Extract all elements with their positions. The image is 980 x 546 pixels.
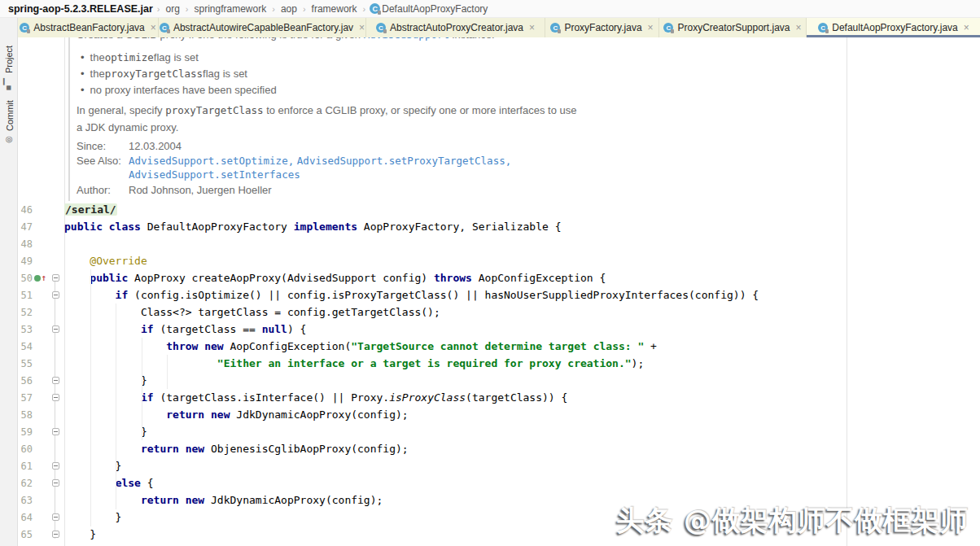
javadoc-seealso-row: See Also: AdvisedSupport.setOptimize, Ad… xyxy=(77,154,785,168)
code-text: "Either an interface or a target is requ… xyxy=(64,357,644,369)
javadoc-author-row: Author: Rod Johnson, Juergen Hoeller xyxy=(77,181,785,199)
breadcrumb-class[interactable]: DefaultAopProxyFactory xyxy=(380,3,489,15)
indent-guide xyxy=(167,355,168,389)
fold-end-icon[interactable] xyxy=(52,531,59,538)
fold-end-icon[interactable] xyxy=(52,513,59,521)
close-icon[interactable]: × xyxy=(359,22,365,33)
ide-window: spring-aop-5.2.3.RELEASE.jar ›org›spring… xyxy=(0,0,980,546)
breadcrumb-item[interactable]: aop xyxy=(279,3,299,15)
tab-label: AbstractBeanFactory.java xyxy=(33,22,145,33)
close-icon[interactable]: × xyxy=(151,22,156,33)
line-number: 53 xyxy=(18,324,33,335)
code-line: 66 xyxy=(18,543,980,546)
chevron-right-icon: › xyxy=(268,4,279,14)
code-line: 60 return new ObjenesisCglibAopProxy(con… xyxy=(18,440,980,457)
fold-collapse-icon[interactable] xyxy=(52,479,59,487)
code-line: 50↑ public AopProxy createAopProxy(Advis… xyxy=(18,269,980,286)
editor-tab[interactable]: CProxyCreatorSupport.java× xyxy=(659,18,807,37)
line-number: 51 xyxy=(18,290,33,301)
tab-label: AbstractAutowireCapableBeanFactory.jav xyxy=(173,22,353,33)
code-line: 48 xyxy=(18,235,980,252)
breadcrumb-item[interactable]: springframework xyxy=(193,3,269,15)
implemented-method-icon[interactable] xyxy=(34,275,41,282)
tool-window-stripe: ■▔ Project ⦾ Commit xyxy=(0,18,18,546)
line-number: 52 xyxy=(18,307,33,318)
code-line: 49 @Override xyxy=(18,252,980,269)
line-number: 62 xyxy=(18,478,33,489)
javadoc-bullet: no proxy interfaces have been specified xyxy=(77,81,785,98)
javadoc-link[interactable]: AdvisedSupport xyxy=(364,37,449,41)
breadcrumb-item[interactable]: framework xyxy=(310,3,359,15)
code-line: 56 } xyxy=(18,372,980,389)
fold-end-icon[interactable] xyxy=(52,377,59,384)
watermark: 头条 @做架构师不做框架师 xyxy=(616,502,969,539)
breadcrumb-items: ›org›springframework›aop›framework xyxy=(153,3,359,15)
line-number: 50 xyxy=(18,273,33,284)
code-text: @Override xyxy=(64,255,147,267)
code-line: 53 if (targetClass == null) { xyxy=(18,321,980,338)
fold-collapse-icon[interactable] xyxy=(52,274,59,282)
sidebar-item-project[interactable]: ■▔ Project xyxy=(0,41,18,94)
chevron-right-icon: › xyxy=(153,4,164,14)
javadoc-link[interactable]: AdvisedSupport.setOptimize, xyxy=(129,155,294,167)
javadoc-since-row: Since: 12.03.2004 xyxy=(77,139,785,154)
javadoc-clipped-line: Creates a CGLIB proxy if one the followi… xyxy=(77,37,785,43)
line-number: 56 xyxy=(18,375,33,387)
indent-guide xyxy=(90,269,91,526)
fold-collapse-icon[interactable] xyxy=(52,291,59,299)
code-line: 61 } xyxy=(18,457,980,474)
chevron-right-icon: › xyxy=(182,4,193,14)
class-icon: C xyxy=(160,23,169,33)
javadoc-bullet: the optimize flag is set xyxy=(77,49,785,65)
editor-tab[interactable]: CProxyFactory.java× xyxy=(545,18,659,37)
indent-guide xyxy=(142,338,142,440)
editor-tab[interactable]: CAbstractAutoProxyCreator.java× xyxy=(366,18,545,37)
fold-collapse-icon[interactable] xyxy=(52,325,59,333)
close-icon[interactable]: × xyxy=(964,22,969,33)
class-icon: C xyxy=(370,3,380,14)
line-number: 47 xyxy=(18,221,33,233)
commit-stripe-label: Commit xyxy=(4,100,14,131)
fold-collapse-icon[interactable] xyxy=(52,394,59,401)
line-number: 63 xyxy=(18,495,33,506)
javadoc-text: instance: xyxy=(449,37,495,41)
code-text: } xyxy=(64,511,121,523)
line-number: 49 xyxy=(18,256,33,267)
editor-tab[interactable]: CDefaultAopProxyFactory.java× xyxy=(807,18,980,37)
class-icon: C xyxy=(376,23,386,33)
code-text: if (targetClass == null) { xyxy=(64,323,306,335)
code-line: 51 if (config.isOptimize() || config.isP… xyxy=(18,286,980,304)
overrides-method-icon[interactable]: ↑ xyxy=(41,273,46,282)
javadoc-link[interactable]: AdvisedSupport.setInterfaces xyxy=(129,168,300,181)
javadoc-meta: Since: 12.03.2004 See Also: AdvisedSuppo… xyxy=(77,139,785,199)
close-icon[interactable]: × xyxy=(648,22,654,33)
breadcrumb-item[interactable]: org xyxy=(164,3,182,15)
breadcrumb-root[interactable]: spring-aop-5.2.3.RELEASE.jar xyxy=(8,3,153,15)
close-icon[interactable]: × xyxy=(796,22,802,33)
editor-tab[interactable]: CAbstractAutowireCapableBeanFactory.jav× xyxy=(159,18,366,37)
fold-connector-line xyxy=(55,278,55,539)
editor-pane[interactable]: Creates a CGLIB proxy if one the followi… xyxy=(18,37,980,546)
code-text: } xyxy=(64,426,147,438)
editor-tab[interactable]: CAbstractBeanFactory.java× xyxy=(18,18,159,37)
sidebar-item-commit[interactable]: ⦾ Commit xyxy=(0,95,18,147)
fold-end-icon[interactable] xyxy=(52,428,59,435)
code-text: } xyxy=(64,528,96,540)
javadoc-bullet-list: the optimize flag is set the proxyTarget… xyxy=(77,49,785,98)
code-text: return new JdkDynamicAopProxy(config); xyxy=(64,494,383,506)
tab-label: ProxyFactory.java xyxy=(564,22,641,33)
code-text: /serial/ xyxy=(64,203,117,216)
code-line: 54 throw new AopConfigException("TargetS… xyxy=(18,338,980,355)
line-number: 64 xyxy=(18,512,33,523)
code-text: throw new AopConfigException("TargetSour… xyxy=(64,340,657,352)
javadoc-seealso-row2: AdvisedSupport.setInterfaces xyxy=(77,168,785,181)
javadoc-link[interactable]: AdvisedSupport.setProxyTargetClass, xyxy=(297,155,511,167)
fold-end-icon[interactable] xyxy=(52,462,59,470)
line-number: 57 xyxy=(18,392,33,404)
line-number: 58 xyxy=(18,409,33,421)
code-text: } xyxy=(64,460,121,472)
commit-icon: ⦾ xyxy=(4,136,15,143)
line-number: 59 xyxy=(18,426,33,438)
code-text: } xyxy=(64,374,147,387)
close-icon[interactable]: × xyxy=(529,22,535,33)
